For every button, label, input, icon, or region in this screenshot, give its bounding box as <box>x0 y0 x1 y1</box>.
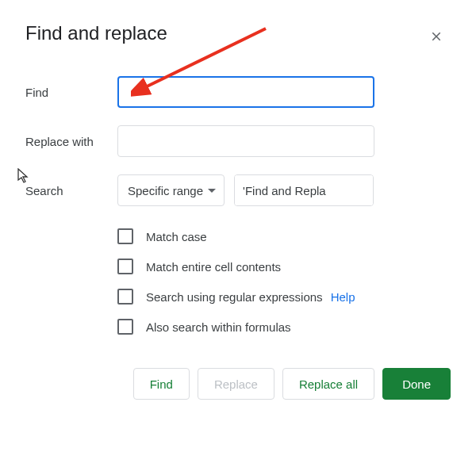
regex-option[interactable]: Search using regular expressions Help <box>117 289 451 305</box>
checkbox-icon <box>117 289 133 305</box>
chevron-down-icon <box>208 189 216 193</box>
find-row: Find <box>25 76 451 108</box>
replace-label: Replace with <box>25 135 117 148</box>
dialog-title: Find and replace <box>25 22 167 44</box>
within-formulas-option[interactable]: Also search within formulas <box>117 319 451 335</box>
dropdown-value: Specific range <box>128 184 203 197</box>
search-scope-dropdown[interactable]: Specific range <box>117 174 225 206</box>
match-entire-cell-label: Match entire cell contents <box>146 260 281 274</box>
replace-button[interactable]: Replace <box>198 368 274 400</box>
search-row: Search Specific range <box>25 174 451 206</box>
checkbox-icon <box>117 259 133 274</box>
options-group: Match case Match entire cell contents Se… <box>117 228 451 335</box>
done-button[interactable]: Done <box>382 368 451 400</box>
range-input-group <box>234 174 374 206</box>
within-formulas-label: Also search within formulas <box>146 320 291 334</box>
close-icon <box>429 29 443 44</box>
checkbox-icon <box>117 228 133 244</box>
match-entire-cell-option[interactable]: Match entire cell contents <box>117 259 451 274</box>
range-input[interactable] <box>235 175 374 205</box>
find-replace-dialog: Find and replace Find Replace with Searc… <box>0 0 476 419</box>
checkbox-icon <box>117 319 133 335</box>
replace-row: Replace with <box>25 125 451 157</box>
match-case-option[interactable]: Match case <box>117 228 451 244</box>
replace-all-button[interactable]: Replace all <box>282 368 374 400</box>
regex-label: Search using regular expressions <box>146 290 323 304</box>
find-input[interactable] <box>117 76 374 108</box>
find-button[interactable]: Find <box>133 368 190 400</box>
close-button[interactable] <box>422 22 451 51</box>
help-link[interactable]: Help <box>331 290 355 304</box>
dialog-footer: Find Replace Replace all Done <box>117 368 451 400</box>
find-label: Find <box>25 86 117 99</box>
search-label: Search <box>25 184 117 197</box>
match-case-label: Match case <box>146 230 207 243</box>
dialog-header: Find and replace <box>25 22 451 51</box>
replace-input[interactable] <box>117 125 374 157</box>
